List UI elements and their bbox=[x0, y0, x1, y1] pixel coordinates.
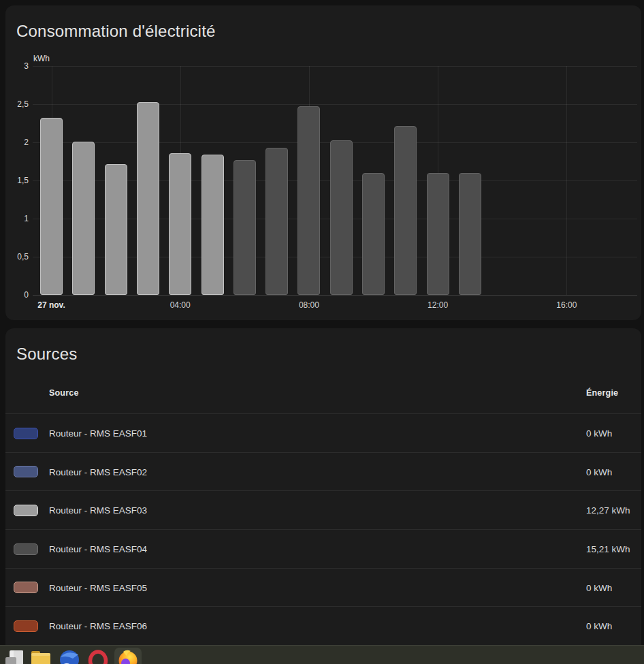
consumption-bar[interactable] bbox=[297, 106, 320, 295]
source-energy-value: 0 kWh bbox=[586, 582, 612, 592]
source-name: Routeur - RMS EASF03 bbox=[49, 505, 147, 516]
y-axis-tick-label: 2,5 bbox=[7, 99, 29, 110]
electricity-consumption-card: Consommation d'électricité kWh 00,511,52… bbox=[5, 5, 641, 320]
consumption-bar[interactable] bbox=[394, 126, 417, 295]
file-manager-icon[interactable] bbox=[3, 648, 27, 664]
source-energy-value: 0 kWh bbox=[586, 621, 612, 631]
x-axis-tick-label: 12:00 bbox=[407, 300, 468, 311]
y-axis-tick-label: 3 bbox=[7, 61, 29, 72]
source-color-swatch bbox=[14, 428, 38, 439]
gridline-horizontal bbox=[33, 104, 637, 105]
source-name: Routeur - RMS EASF05 bbox=[49, 582, 147, 592]
consumption-bar[interactable] bbox=[105, 164, 127, 295]
source-name: Routeur - RMS EASF06 bbox=[49, 621, 147, 631]
source-energy-value: 0 kWh bbox=[586, 428, 612, 438]
source-name: Routeur - RMS EASF01 bbox=[49, 428, 147, 438]
folder-icon[interactable] bbox=[30, 648, 53, 664]
x-axis-tick-label: 27 nov. bbox=[21, 300, 82, 311]
consumption-bar[interactable] bbox=[459, 173, 481, 295]
source-row: Routeur - RMS EASF0415,21 kWh bbox=[5, 530, 641, 569]
source-color-swatch bbox=[14, 505, 38, 516]
column-header-source: Source bbox=[49, 388, 79, 398]
source-color-swatch bbox=[14, 582, 38, 593]
sources-table: Routeur - RMS EASF010 kWhRouteur - RMS E… bbox=[5, 413, 641, 646]
source-energy-value: 0 kWh bbox=[586, 467, 612, 477]
sources-card: Sources Source Énergie Routeur - RMS EAS… bbox=[5, 328, 641, 664]
y-axis-unit-label: kWh bbox=[33, 54, 50, 63]
consumption-bar[interactable] bbox=[427, 173, 449, 295]
sources-title: Sources bbox=[16, 343, 77, 365]
column-header-energy: Énergie bbox=[586, 388, 618, 398]
source-row: Routeur - RMS EASF050 kWh bbox=[5, 569, 641, 607]
source-row: Routeur - RMS EASF010 kWh bbox=[5, 414, 641, 453]
x-axis-tick-label: 08:00 bbox=[278, 300, 340, 311]
source-row: Routeur - RMS EASF0312,27 kWh bbox=[5, 491, 641, 530]
desktop: { "consumption_card": { "title": "Consom… bbox=[0, 0, 644, 664]
source-energy-value: 12,27 kWh bbox=[586, 505, 630, 516]
source-row: Routeur - RMS EASF020 kWh bbox=[5, 453, 641, 492]
consumption-bar[interactable] bbox=[137, 102, 159, 295]
consumption-bar[interactable] bbox=[330, 140, 353, 295]
y-axis-tick-label: 1 bbox=[7, 213, 29, 224]
source-name: Routeur - RMS EASF02 bbox=[49, 467, 147, 477]
firefox-icon[interactable] bbox=[117, 648, 140, 664]
chart-title: Consommation d'électricité bbox=[16, 20, 216, 42]
opera-icon[interactable] bbox=[87, 648, 110, 664]
y-axis-tick-label: 0 bbox=[7, 289, 29, 300]
x-axis-tick-label: 04:00 bbox=[150, 300, 211, 311]
source-energy-value: 15,21 kWh bbox=[586, 543, 630, 554]
source-color-swatch bbox=[14, 620, 38, 632]
y-axis-tick-label: 0,5 bbox=[7, 251, 29, 262]
y-axis-tick-label: 2 bbox=[7, 137, 29, 148]
source-row: Routeur - RMS EASF060 kWh bbox=[5, 607, 641, 646]
source-color-swatch bbox=[14, 543, 38, 555]
consumption-bar[interactable] bbox=[265, 148, 288, 295]
x-axis-tick-label: 16:00 bbox=[536, 300, 597, 311]
consumption-bar[interactable] bbox=[40, 118, 63, 295]
gridline-horizontal bbox=[33, 295, 637, 296]
consumption-bar[interactable] bbox=[362, 173, 385, 295]
gridline-vertical bbox=[566, 66, 567, 295]
source-color-swatch bbox=[14, 466, 38, 477]
consumption-bar[interactable] bbox=[202, 155, 224, 295]
taskbar bbox=[0, 645, 644, 664]
thunderbird-icon[interactable] bbox=[59, 648, 82, 664]
consumption-bar[interactable] bbox=[234, 160, 256, 295]
gridline-horizontal bbox=[33, 66, 637, 67]
consumption-bar[interactable] bbox=[169, 153, 191, 295]
consumption-bar[interactable] bbox=[72, 142, 95, 295]
y-axis-tick-label: 1,5 bbox=[7, 175, 29, 186]
source-name: Routeur - RMS EASF04 bbox=[49, 543, 147, 554]
